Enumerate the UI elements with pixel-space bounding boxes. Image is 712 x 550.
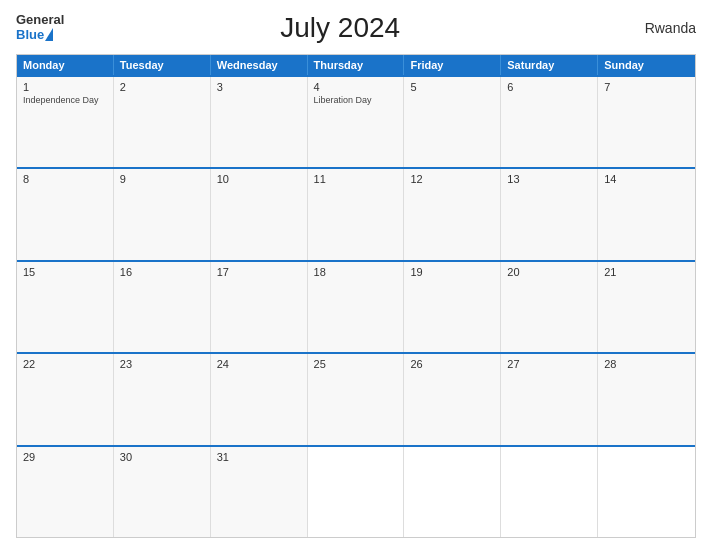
calendar-week-1: 1 Independence Day 2 3 4 Liberation Day … <box>17 75 695 167</box>
day-empty-3 <box>501 447 598 537</box>
day-9: 9 <box>114 169 211 259</box>
day-18: 18 <box>308 262 405 352</box>
day-7: 7 <box>598 77 695 167</box>
day-6: 6 <box>501 77 598 167</box>
day-15: 15 <box>17 262 114 352</box>
header-friday: Friday <box>404 55 501 75</box>
day-14: 14 <box>598 169 695 259</box>
day-30: 30 <box>114 447 211 537</box>
day-25: 25 <box>308 354 405 444</box>
calendar-week-4: 22 23 24 25 26 27 28 <box>17 352 695 444</box>
day-27: 27 <box>501 354 598 444</box>
day-5: 5 <box>404 77 501 167</box>
logo-text-general: General <box>16 13 64 27</box>
day-13: 13 <box>501 169 598 259</box>
country-label: Rwanda <box>616 20 696 36</box>
day-23: 23 <box>114 354 211 444</box>
calendar-title: July 2024 <box>64 12 616 44</box>
day-2: 2 <box>114 77 211 167</box>
day-29: 29 <box>17 447 114 537</box>
day-10: 10 <box>211 169 308 259</box>
day-empty-4 <box>598 447 695 537</box>
calendar: Monday Tuesday Wednesday Thursday Friday… <box>16 54 696 538</box>
day-4: 4 Liberation Day <box>308 77 405 167</box>
day-28: 28 <box>598 354 695 444</box>
header-tuesday: Tuesday <box>114 55 211 75</box>
day-20: 20 <box>501 262 598 352</box>
day-empty-1 <box>308 447 405 537</box>
day-19: 19 <box>404 262 501 352</box>
day-31: 31 <box>211 447 308 537</box>
logo: General Blue <box>16 13 64 42</box>
header-wednesday: Wednesday <box>211 55 308 75</box>
calendar-body: 1 Independence Day 2 3 4 Liberation Day … <box>17 75 695 537</box>
logo-triangle-icon <box>45 28 53 41</box>
day-17: 17 <box>211 262 308 352</box>
header: General Blue July 2024 Rwanda <box>16 12 696 44</box>
day-22: 22 <box>17 354 114 444</box>
header-sunday: Sunday <box>598 55 695 75</box>
header-monday: Monday <box>17 55 114 75</box>
calendar-week-5: 29 30 31 <box>17 445 695 537</box>
header-thursday: Thursday <box>308 55 405 75</box>
day-16: 16 <box>114 262 211 352</box>
logo-text-blue: Blue <box>16 28 44 42</box>
day-24: 24 <box>211 354 308 444</box>
calendar-week-3: 15 16 17 18 19 20 21 <box>17 260 695 352</box>
day-11: 11 <box>308 169 405 259</box>
day-8: 8 <box>17 169 114 259</box>
calendar-header: Monday Tuesday Wednesday Thursday Friday… <box>17 55 695 75</box>
header-saturday: Saturday <box>501 55 598 75</box>
day-3: 3 <box>211 77 308 167</box>
day-empty-2 <box>404 447 501 537</box>
calendar-week-2: 8 9 10 11 12 13 14 <box>17 167 695 259</box>
day-26: 26 <box>404 354 501 444</box>
day-21: 21 <box>598 262 695 352</box>
page: General Blue July 2024 Rwanda Monday Tue… <box>0 0 712 550</box>
day-1: 1 Independence Day <box>17 77 114 167</box>
day-12: 12 <box>404 169 501 259</box>
